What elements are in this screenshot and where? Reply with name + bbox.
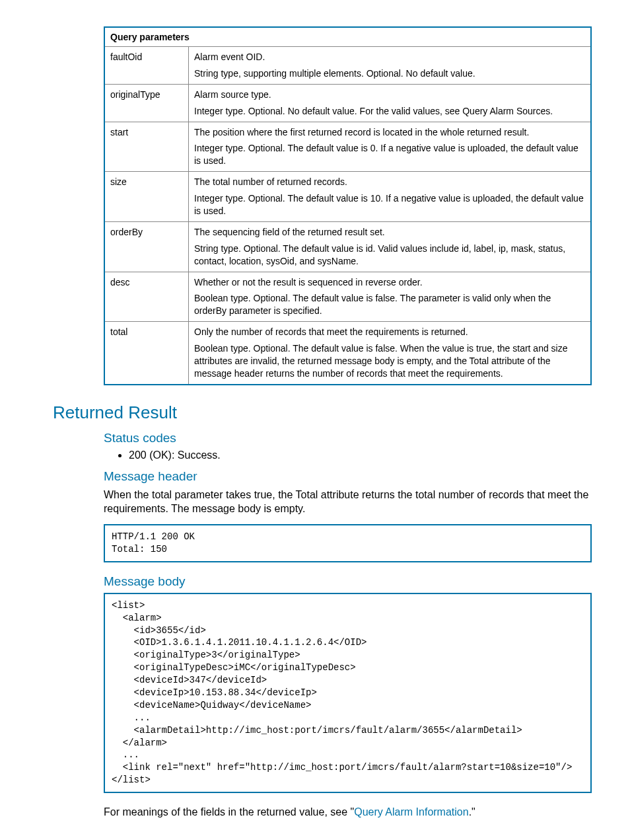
table-row: sizeThe total number of returned records… xyxy=(104,172,591,222)
footer-prefix: For meanings of the fields in the return… xyxy=(104,806,354,818)
param-name: originalType xyxy=(104,84,189,122)
param-desc: Only the number of records that meet the… xyxy=(189,322,592,385)
code-block-header: HTTP/1.1 200 OK Total: 150 xyxy=(104,524,592,562)
table-row: originalTypeAlarm source type.Integer ty… xyxy=(104,84,591,122)
query-alarm-info-link[interactable]: Query Alarm Information xyxy=(354,806,468,818)
param-desc: The sequencing field of the returned res… xyxy=(189,221,592,272)
table-row: orderByThe sequencing field of the retur… xyxy=(104,221,591,272)
message-header-text: When the total parameter takes true, the… xyxy=(104,488,592,516)
query-parameters-table: Query parameters faultOidAlarm event OID… xyxy=(104,26,592,385)
param-name: desc xyxy=(104,272,189,322)
param-desc: The position where the first returned re… xyxy=(189,122,592,172)
message-header-heading: Message header xyxy=(104,469,592,484)
param-desc: Whether or not the result is sequenced i… xyxy=(189,272,592,322)
param-name: start xyxy=(104,122,189,172)
footer-suffix: ." xyxy=(469,806,475,818)
status-codes-heading: Status codes xyxy=(104,431,592,445)
param-name: size xyxy=(104,172,189,222)
param-name: total xyxy=(104,322,189,385)
footer-note: For meanings of the fields in the return… xyxy=(104,805,592,820)
status-code-item: 200 (OK): Success. xyxy=(129,449,592,461)
param-name: orderBy xyxy=(104,221,189,272)
table-row: faultOidAlarm event OID.String type, sup… xyxy=(104,47,591,85)
table-header: Query parameters xyxy=(104,27,591,47)
param-desc: The total number of returned records.Int… xyxy=(189,172,592,222)
message-body-heading: Message body xyxy=(104,574,592,589)
code-block-body: <list> <alarm> <id>3655</id> <OID>1.3.6.… xyxy=(104,593,592,793)
param-desc: Alarm source type.Integer type. Optional… xyxy=(189,84,592,122)
param-name: faultOid xyxy=(104,47,189,85)
table-row: totalOnly the number of records that mee… xyxy=(104,322,591,385)
table-row: descWhether or not the result is sequenc… xyxy=(104,272,591,322)
status-codes-list: 200 (OK): Success. xyxy=(104,449,592,461)
param-desc: Alarm event OID.String type, supporting … xyxy=(189,47,592,85)
table-row: startThe position where the first return… xyxy=(104,122,591,172)
returned-result-heading: Returned Result xyxy=(53,402,592,423)
